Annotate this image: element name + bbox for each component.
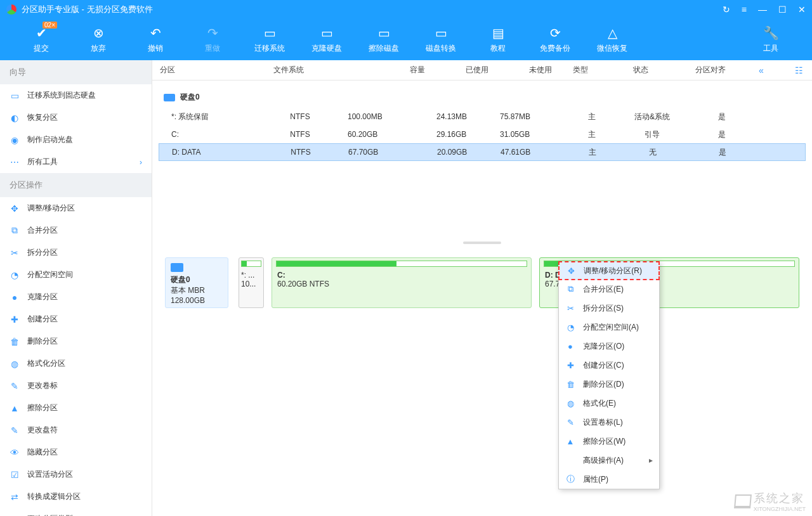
- op-隐藏分区[interactable]: 👁隐藏分区: [0, 441, 152, 463]
- context-属性(P)[interactable]: ⓘ属性(P): [559, 470, 659, 489]
- op-擦除分区[interactable]: ▲擦除分区: [0, 397, 152, 419]
- volume-C:[interactable]: C:60.20GB NTFS: [272, 257, 532, 308]
- tool-icon: △: [605, 25, 620, 41]
- sidebar-glyph-icon: ☑: [10, 470, 20, 480]
- op-更改分区类型[interactable]: ID更改分区类型: [0, 508, 152, 516]
- context-创建分区(C)[interactable]: ✚创建分区(C): [559, 356, 659, 375]
- sidebar-glyph-icon: ✂: [10, 248, 20, 258]
- collapse-columns-icon[interactable]: «: [749, 65, 774, 75]
- op-设置活动分区[interactable]: ☑设置活动分区: [0, 463, 152, 486]
- sidebar-glyph-icon: ✥: [10, 203, 20, 214]
- op-删除分区[interactable]: 🗑删除分区: [0, 330, 152, 352]
- column-options-icon[interactable]: ☷: [793, 65, 812, 75]
- minimize-icon[interactable]: —: [758, 4, 767, 15]
- col-partition[interactable]: 分区: [152, 65, 241, 75]
- sidebar-item-label: 设置活动分区: [27, 469, 73, 480]
- sidebar-item-label: 更改分区类型: [27, 513, 73, 516]
- context-glyph-icon: ◍: [565, 399, 575, 408]
- op-合并分区[interactable]: ⧉合并分区: [0, 219, 152, 242]
- tool-提交[interactable]: ✔提交: [13, 25, 70, 54]
- disk-box-mode: 基本 MBR: [171, 285, 223, 296]
- partition-row[interactable]: *: 系统保留NTFS100.00MB24.13MB75.87MB主活动&系统是: [159, 108, 806, 126]
- op-格式化分区[interactable]: ◍格式化分区: [0, 352, 152, 375]
- context-label: 拆分分区(S): [583, 303, 624, 314]
- close-icon[interactable]: ✕: [798, 4, 806, 15]
- splitter-handle[interactable]: [152, 238, 812, 247]
- context-调整/移动分区(R)[interactable]: ✥调整/移动分区(R): [558, 261, 660, 280]
- chevron-right-icon: ›: [140, 158, 142, 167]
- sidebar-item-label: 格式化分区: [27, 358, 65, 369]
- tool-tools[interactable]: 🔧 工具: [742, 25, 799, 54]
- context-glyph-icon: ⓘ: [565, 474, 575, 485]
- tool-重做[interactable]: ↷重做: [184, 25, 241, 54]
- context-label: 属性(P): [583, 474, 608, 485]
- context-高级操作(A)[interactable]: 高级操作(A)▸: [559, 451, 659, 470]
- sidebar-item-label: 隐藏分区: [27, 447, 58, 458]
- op-克隆分区[interactable]: ●克隆分区: [0, 286, 152, 308]
- sidebar-glyph-icon: ⧉: [10, 226, 20, 236]
- tool-icon: ⟳: [547, 25, 563, 41]
- op-分配空闲空间[interactable]: ◔分配空闲空间: [0, 264, 152, 286]
- col-used[interactable]: 已使用: [425, 65, 488, 75]
- context-格式化(E)[interactable]: ◍格式化(E): [559, 394, 659, 413]
- menu-icon[interactable]: ≡: [742, 4, 747, 15]
- tool-磁盘转换[interactable]: ▭磁盘转换: [412, 25, 469, 54]
- refresh-icon[interactable]: ↻: [723, 4, 730, 15]
- window-title: 分区助手专业版 - 无损分区免费软件: [22, 4, 723, 15]
- watermark-logo-icon: [734, 494, 752, 508]
- op-更改盘符[interactable]: ✎更改盘符: [0, 419, 152, 441]
- context-label: 合并分区(E): [583, 284, 624, 295]
- disk-summary-box[interactable]: 硬盘0 基本 MBR 128.00GB: [165, 257, 228, 308]
- col-free[interactable]: 未使用: [488, 65, 552, 75]
- volume-*: ...[interactable]: *: ...10...: [239, 257, 264, 308]
- partition-row[interactable]: C:NTFS60.20GB29.16GB31.05GB主引导是: [159, 126, 806, 143]
- wizard-制作启动光盘[interactable]: ◉制作启动光盘: [0, 129, 152, 151]
- op-调整/移动分区[interactable]: ✥调整/移动分区: [0, 197, 152, 219]
- sidebar-item-label: 合并分区: [27, 225, 58, 236]
- wizard-迁移系统到固态硬盘[interactable]: ▭迁移系统到固态硬盘: [0, 84, 152, 106]
- context-克隆分区(O)[interactable]: ●克隆分区(O): [559, 337, 659, 356]
- context-glyph-icon: 🗑: [565, 380, 575, 389]
- col-capacity[interactable]: 容量: [336, 65, 425, 75]
- context-删除分区(D)[interactable]: 🗑删除分区(D): [559, 375, 659, 394]
- tool-教程[interactable]: ▤教程: [469, 25, 527, 54]
- context-glyph-icon: ▲: [565, 437, 575, 446]
- tool-迁移系统[interactable]: ▭迁移系统: [241, 25, 298, 54]
- tool-克隆硬盘[interactable]: ▭克隆硬盘: [298, 25, 355, 54]
- wizard-恢复分区[interactable]: ◐恢复分区: [0, 106, 152, 129]
- partition-row[interactable]: D: DATANTFS67.70GB20.09GB47.61GB主无是: [159, 143, 806, 161]
- disk-visual: 硬盘0 基本 MBR 128.00GB *: ...10...C:60.20GB…: [152, 247, 812, 323]
- col-align[interactable]: 分区对齐: [672, 65, 749, 75]
- context-擦除分区(W)[interactable]: ▲擦除分区(W): [559, 432, 659, 451]
- submenu-arrow-icon: ▸: [649, 456, 653, 465]
- op-拆分分区[interactable]: ✂拆分分区: [0, 242, 152, 264]
- context-分配空闲空间(A)[interactable]: ◔分配空闲空间(A): [559, 318, 659, 337]
- maximize-icon[interactable]: ☐: [778, 4, 787, 15]
- disk-header[interactable]: 硬盘0: [152, 87, 812, 108]
- tool-放弃[interactable]: ⊗放弃: [70, 25, 127, 54]
- context-拆分分区(S)[interactable]: ✂拆分分区(S): [559, 299, 659, 318]
- context-设置卷标(L)[interactable]: ✎设置卷标(L): [559, 413, 659, 432]
- op-创建分区[interactable]: ✚创建分区: [0, 308, 152, 330]
- disk-icon: [164, 94, 175, 101]
- context-glyph-icon: ✚: [565, 361, 575, 370]
- tool-撤销[interactable]: ↶撤销: [127, 25, 184, 54]
- tool-微信恢复[interactable]: △微信恢复: [584, 25, 641, 54]
- sidebar-glyph-icon: ▲: [10, 403, 20, 413]
- tool-label: 擦除磁盘: [369, 43, 399, 54]
- op-转换成逻辑分区[interactable]: ⇄转换成逻辑分区: [0, 486, 152, 508]
- col-status[interactable]: 状态: [609, 65, 672, 75]
- tool-label: 放弃: [91, 43, 106, 54]
- tool-免费备份[interactable]: ⟳免费备份: [527, 25, 584, 54]
- op-更改卷标[interactable]: ✎更改卷标: [0, 375, 152, 397]
- wizard-所有工具[interactable]: ⋯所有工具›: [0, 151, 152, 173]
- sidebar-item-label: 创建分区: [27, 314, 58, 325]
- context-label: 高级操作(A): [583, 455, 624, 466]
- sidebar-glyph-icon: ✎: [10, 381, 20, 391]
- col-filesystem[interactable]: 文件系统: [241, 65, 336, 75]
- tool-擦除磁盘[interactable]: ▭擦除磁盘: [355, 25, 412, 54]
- col-type[interactable]: 类型: [552, 65, 609, 75]
- context-label: 格式化(E): [583, 398, 616, 409]
- tool-icon: ✔: [34, 25, 49, 41]
- context-合并分区(E)[interactable]: ⧉合并分区(E): [559, 280, 659, 299]
